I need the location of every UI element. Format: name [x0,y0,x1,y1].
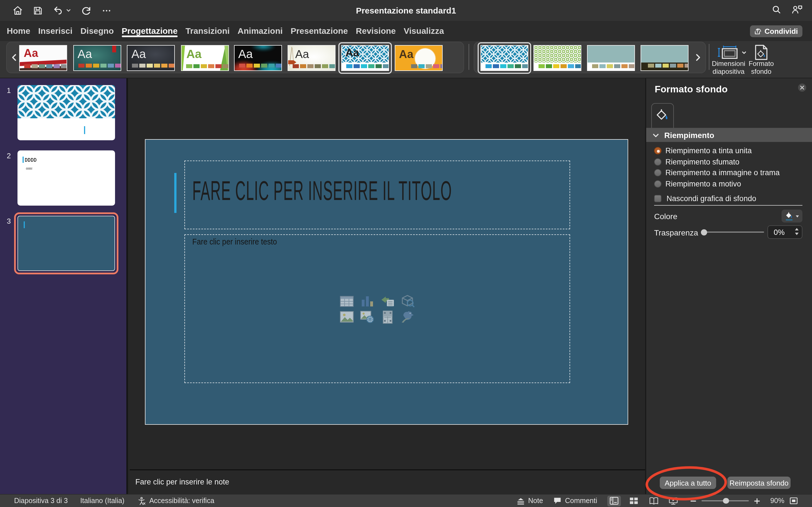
body-placeholder[interactable]: Fare clic per inserire testo [185,234,570,383]
zoom-out-icon[interactable] [690,498,696,504]
online-picture-icon[interactable] [360,310,374,324]
transparency-slider-knob[interactable] [701,229,707,235]
picture-icon[interactable] [340,310,354,324]
theme-thumbnail[interactable]: Aa [127,45,175,71]
fill-option-1[interactable]: Riempimento a tinta unita [654,147,779,154]
titlebar: Presentazione standard1 [0,0,812,21]
slide-thumbnail-1[interactable] [17,85,115,140]
ribbon-gallery-strip: AaAaAaAaAaAaAaAa Dimen [0,41,812,78]
theme-thumbnail[interactable]: Aa [181,45,229,71]
format-background-icon [755,45,768,60]
panel-title: Formato sfondo [655,84,728,95]
presence-icon[interactable] [791,4,803,17]
theme-thumbnail[interactable]: Aa [234,45,282,71]
search-icon[interactable] [771,4,781,17]
tab-revisione[interactable]: Revisione [356,21,396,41]
theme-thumbnail[interactable]: Aa [341,45,389,71]
zoom-in-icon[interactable] [754,498,760,504]
title-placeholder[interactable]: FARE CLIC PER INSERIRE IL TITOLO [185,161,570,229]
slide-sorter-view-button[interactable] [627,496,641,506]
chart-icon[interactable] [360,294,374,308]
variant-thumbnail[interactable] [534,45,581,71]
body-placeholder-text: Fare clic per inserire testo [192,237,277,246]
share-button[interactable]: Condividi [750,25,802,37]
tab-animazioni[interactable]: Animazioni [238,21,283,41]
tab-home[interactable]: Home [7,21,30,41]
notes-pane[interactable]: Fare clic per inserire le note [130,469,645,494]
tab-transizioni[interactable]: Transizioni [186,21,230,41]
ribbon-tab-row: HomeInserisciDisegnoProgettazioneTransiz… [0,21,812,41]
transparency-slider[interactable] [701,231,764,233]
apply-to-all-button[interactable]: Applica a tutto [660,476,716,489]
paint-bucket-icon [656,108,669,123]
slide-indicator[interactable]: Diapositiva 3 di 3 [14,497,68,505]
variant-thumbnail[interactable] [587,45,635,71]
theme-thumbnail[interactable]: Aa [287,45,335,71]
smartart-icon[interactable] [380,294,395,308]
slide-thumbnail-2[interactable]: DDDDddddd [17,150,115,205]
tab-progettazione[interactable]: Progettazione [122,21,177,41]
variant-thumbnail[interactable] [641,45,689,71]
zoom-slider[interactable] [702,500,749,502]
gallery-divider [469,44,469,70]
format-background-label: Formato [749,60,774,68]
slide-thumbnail-sidebar: 12DDDDddddd3 [0,78,128,494]
fill-tab[interactable] [651,103,674,128]
accessibility-label: Accessibilità: verifica [149,497,214,505]
notes-toggle-label: Note [528,497,543,505]
spinner-icons[interactable] [795,227,799,235]
format-background-button[interactable]: Formato sfondo [748,45,774,75]
hide-background-checkbox-row[interactable]: Nascondi grafica di sfondo [654,194,756,203]
reading-view-button[interactable] [647,496,660,506]
variants-gallery [474,42,706,73]
variant-thumbnail[interactable] [480,45,528,71]
theme-thumbnail[interactable]: Aa [19,45,67,71]
zoom-slider-knob[interactable] [723,498,729,504]
slideshow-view-button[interactable] [666,496,680,506]
statusbar: Diapositiva 3 di 3 Italiano (Italia) Acc… [0,494,812,507]
3d-model-icon[interactable] [401,294,415,308]
normal-view-button[interactable] [607,496,621,506]
fill-option-3[interactable]: Riempimento a immagine o trama [654,169,779,176]
slide-size-label-2: diapositiva [712,68,744,75]
panel-close-icon[interactable] [797,83,807,95]
fill-option-2[interactable]: Riempimento sfumato [654,158,779,165]
slide-thumbnail-3[interactable] [17,216,115,271]
accessibility-status[interactable]: Accessibilità: verifica [137,497,214,505]
format-background-label-2: sfondo [751,68,771,75]
fill-section-header[interactable]: Riempimento [646,128,812,142]
slide-canvas[interactable]: FARE CLIC PER INSERIRE IL TITOLO Fare cl… [145,139,628,425]
color-label: Colore [654,212,677,221]
table-icon[interactable] [340,294,354,308]
tab-inserisci[interactable]: Inserisci [38,21,72,41]
radio-icon[interactable] [654,169,661,176]
theme-thumbnail[interactable]: Aa [73,45,121,71]
reset-background-button[interactable]: Reimposta sfondo [727,476,791,489]
radio-icon[interactable] [654,158,661,165]
video-icon[interactable] [380,310,395,324]
language-indicator[interactable]: Italiano (Italia) [80,497,124,505]
slide-number: 1 [7,86,11,94]
fit-to-window-icon[interactable] [790,497,798,505]
transparency-value-box[interactable]: 0% [767,225,802,239]
tab-disegno[interactable]: Disegno [80,21,114,41]
slide-size-button[interactable]: Dimensioni diapositiva [710,45,747,75]
notes-toggle[interactable]: Note [516,497,543,505]
stock-image-icon[interactable] [401,310,415,324]
fill-option-4[interactable]: Riempimento a motivo [654,180,779,187]
themes-scroll-left-icon[interactable] [11,54,17,63]
radio-icon[interactable] [654,180,661,187]
variants-scroll-right-icon[interactable] [695,54,701,63]
zoom-percentage[interactable]: 90% [767,497,784,505]
fill-section-label: Riempimento [664,130,714,139]
themes-gallery: AaAaAaAaAaAaAaAa [6,42,464,73]
color-picker-button[interactable] [781,210,802,223]
panel-divider [654,205,802,206]
checkbox-icon[interactable] [654,195,661,202]
tab-visualizza[interactable]: Visualizza [404,21,444,41]
radio-selected-icon[interactable] [654,147,661,154]
transparency-label: Trasparenza [654,228,698,237]
comments-toggle[interactable]: Commenti [553,497,597,505]
theme-thumbnail[interactable]: Aa [395,45,442,71]
tab-presentazione[interactable]: Presentazione [291,21,348,41]
